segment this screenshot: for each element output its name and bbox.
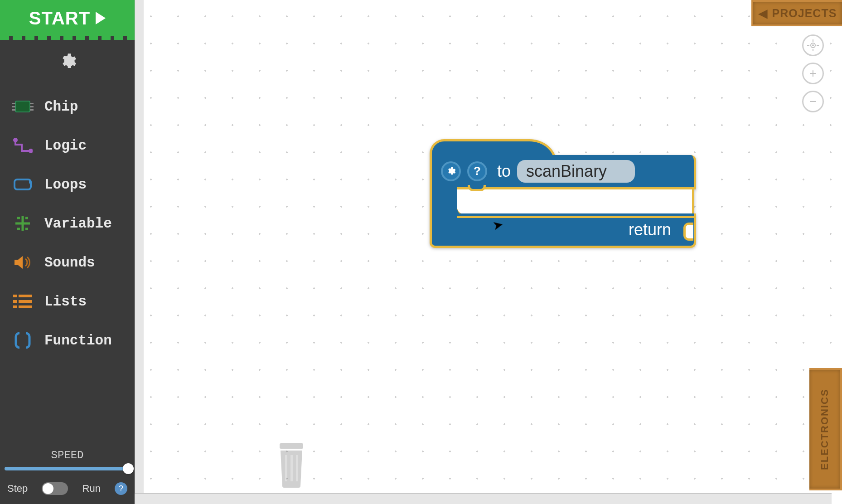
speed-slider[interactable]: [5, 467, 130, 470]
svg-rect-3: [12, 109, 15, 111]
speed-thumb[interactable]: [123, 463, 134, 474]
projects-tab[interactable]: ◀ PROJECTS: [751, 0, 842, 26]
speed-label: SPEED: [5, 449, 130, 461]
lists-icon: [11, 292, 34, 311]
question-icon: ?: [474, 164, 481, 178]
gear-icon[interactable]: [58, 52, 77, 72]
play-icon: [96, 12, 106, 24]
svg-rect-29: [287, 443, 296, 444]
zoom-controls: + −: [802, 34, 824, 112]
svg-rect-21: [19, 305, 32, 308]
svg-rect-30: [285, 455, 287, 481]
center-view-button[interactable]: [802, 34, 824, 56]
svg-rect-17: [19, 295, 32, 297]
svg-rect-32: [296, 455, 298, 481]
electronics-label: ELECTRONICS: [819, 388, 831, 470]
block-help-button[interactable]: ?: [467, 161, 487, 181]
svg-rect-20: [13, 305, 17, 308]
gear-icon: [446, 166, 456, 176]
sidebar-item-variable[interactable]: Variable: [0, 204, 135, 243]
projects-label: PROJECTS: [772, 7, 837, 20]
loops-icon: [11, 175, 34, 194]
sidebar-item-sounds[interactable]: Sounds: [0, 243, 135, 282]
category-label: Logic: [44, 138, 87, 154]
block-settings-button[interactable]: [441, 161, 461, 181]
sidebar-item-loops[interactable]: Loops: [0, 165, 135, 204]
svg-rect-19: [19, 300, 32, 303]
svg-rect-1: [12, 103, 15, 104]
chevron-left-icon: ◀: [759, 7, 768, 20]
svg-rect-16: [13, 295, 17, 297]
scrollbar-horizontal[interactable]: [135, 493, 832, 504]
sidebar-item-lists[interactable]: Lists: [0, 282, 135, 321]
trash-bin[interactable]: [277, 443, 306, 488]
settings-row: [0, 42, 135, 82]
scrollbar-vertical[interactable]: [135, 0, 144, 493]
run-label: Run: [82, 483, 101, 494]
svg-point-8: [29, 150, 32, 152]
category-label: Sounds: [44, 255, 95, 271]
sidebar-item-logic[interactable]: Logic: [0, 126, 135, 165]
category-label: Chip: [44, 99, 78, 115]
svg-rect-31: [290, 455, 293, 481]
logic-icon: [11, 136, 34, 155]
target-icon: [807, 39, 819, 51]
svg-rect-4: [30, 103, 34, 104]
minus-icon: −: [809, 94, 817, 109]
variable-icon: [11, 214, 34, 233]
svg-point-7: [14, 139, 17, 141]
sidebar: START Chip Logic Loops: [0, 0, 135, 504]
svg-rect-0: [15, 101, 30, 112]
svg-rect-5: [30, 106, 34, 107]
category-label: Function: [44, 333, 112, 349]
svg-rect-18: [13, 300, 17, 303]
electronics-tab[interactable]: ELECTRONICS: [809, 368, 842, 490]
start-label: START: [29, 8, 90, 29]
plus-icon: +: [809, 66, 817, 81]
to-keyword: to: [497, 162, 511, 181]
sidebar-item-function[interactable]: Function: [0, 321, 135, 360]
zoom-out-button[interactable]: −: [802, 91, 824, 112]
svg-rect-2: [12, 106, 15, 107]
function-name-input[interactable]: [517, 160, 635, 183]
sidebar-item-chip[interactable]: Chip: [0, 87, 135, 126]
help-icon: ?: [119, 484, 123, 494]
return-value-slot[interactable]: [683, 223, 693, 241]
svg-rect-6: [30, 109, 34, 111]
svg-point-23: [812, 44, 814, 46]
chip-icon: [11, 97, 34, 116]
return-keyword: return: [629, 220, 671, 239]
sounds-icon: [11, 253, 34, 272]
toggle-knob: [43, 483, 53, 494]
category-label: Lists: [44, 294, 87, 310]
run-mode-toggle[interactable]: [42, 482, 68, 495]
workspace-canvas[interactable]: ◀ PROJECTS ELECTRONICS + −: [135, 0, 842, 504]
speed-section: SPEED Step Run ?: [0, 442, 135, 504]
category-list: Chip Logic Loops Variable Sounds: [0, 82, 135, 442]
start-button[interactable]: START: [0, 0, 135, 36]
zoom-in-button[interactable]: +: [802, 63, 824, 84]
category-label: Loops: [44, 177, 87, 193]
help-button[interactable]: ?: [115, 482, 127, 495]
category-label: Variable: [44, 216, 112, 232]
svg-rect-9: [15, 179, 31, 189]
function-icon: [11, 331, 34, 350]
step-label: Step: [7, 483, 28, 494]
